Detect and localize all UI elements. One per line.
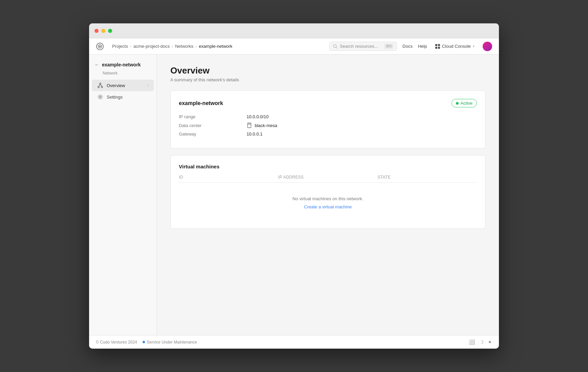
- chevron-down-icon: ▾: [473, 44, 475, 48]
- vm-table-header: ID IP address State: [179, 175, 477, 183]
- footer-status-text: Service Under Maintenance: [147, 340, 197, 345]
- app-window: Projects › acme-project-docs › Networks …: [89, 23, 499, 349]
- ip-range-row: IP range 10.0.0.0/10: [179, 114, 477, 119]
- cloud-console-label: Cloud Console: [442, 44, 471, 49]
- breadcrumb-projects[interactable]: Projects: [112, 44, 128, 49]
- breadcrumb-sep-3: ›: [195, 44, 197, 49]
- network-details-card: example-network Active IP range 10.0.0.0…: [170, 90, 485, 148]
- maximize-button[interactable]: [108, 29, 112, 33]
- gateway-row: Gateway 10.0.0.1: [179, 131, 477, 137]
- ip-range-value: 10.0.0.0/10: [247, 114, 269, 119]
- minimize-button[interactable]: [101, 29, 105, 33]
- docs-link[interactable]: Docs: [402, 44, 413, 49]
- grid-icon: [435, 44, 440, 49]
- traffic-lights: [94, 29, 112, 33]
- avatar[interactable]: [483, 42, 492, 51]
- page-title: Overview: [170, 65, 485, 76]
- col-id: ID: [179, 175, 278, 180]
- svg-line-8: [99, 84, 100, 86]
- cloud-console-button[interactable]: Cloud Console ▾: [433, 42, 477, 50]
- settings-footer-icon[interactable]: ✦: [488, 339, 492, 345]
- sidebar-item-settings[interactable]: Settings: [92, 91, 154, 103]
- svg-line-4: [336, 47, 337, 48]
- footer-icons: ⬜ ☽ ✦: [469, 339, 492, 345]
- vm-empty-state: No virtual machines on this network. Cre…: [179, 185, 477, 220]
- network-name: example-network: [179, 100, 223, 106]
- breadcrumb-sep-2: ›: [172, 44, 173, 49]
- close-button[interactable]: [94, 29, 99, 33]
- navbar: Projects › acme-project-docs › Networks …: [89, 38, 499, 55]
- vm-section-title: Virtual machines: [179, 164, 477, 169]
- sidebar-back-button[interactable]: ← example-network: [89, 60, 156, 69]
- footer: © Cudo Ventures 2024 Service Under Maint…: [89, 335, 499, 349]
- network-icon: [97, 82, 103, 88]
- page-subtitle: A summary of this network's details: [170, 77, 485, 82]
- col-state: State: [378, 175, 477, 180]
- status-badge: Active: [451, 99, 477, 107]
- titlebar: [89, 23, 499, 38]
- sidebar-overview-label: Overview: [107, 83, 125, 88]
- breadcrumb: Projects › acme-project-docs › Networks …: [112, 44, 232, 49]
- content-area: Overview A summary of this network's det…: [157, 55, 499, 335]
- footer-status: Service Under Maintenance: [143, 340, 197, 345]
- breadcrumb-sep-1: ›: [130, 44, 131, 49]
- search-icon: [333, 44, 338, 49]
- status-dot: [456, 102, 459, 105]
- gateway-label: Gateway: [179, 131, 247, 137]
- svg-point-10: [100, 96, 101, 98]
- search-shortcut: ⌘K: [384, 44, 393, 49]
- datacenter-label: Data center: [179, 123, 247, 128]
- create-vm-link[interactable]: Create a virtual machine: [304, 204, 352, 209]
- sidebar-settings-label: Settings: [107, 95, 123, 100]
- breadcrumb-current: example-network: [199, 44, 232, 49]
- breadcrumb-networks[interactable]: Networks: [175, 44, 193, 49]
- col-ip: IP address: [278, 175, 377, 180]
- breadcrumb-project[interactable]: acme-project-docs: [133, 44, 170, 49]
- datacenter-icon: [247, 123, 252, 128]
- sidebar-item-overview[interactable]: Overview ›: [92, 80, 154, 91]
- svg-point-5: [100, 83, 101, 84]
- sidebar: ← example-network Network Overview ›: [89, 55, 157, 335]
- sidebar-resource-type: Network: [89, 71, 156, 76]
- sidebar-resource-name: example-network: [102, 62, 141, 67]
- monitor-icon[interactable]: ⬜: [469, 339, 475, 345]
- settings-icon: [97, 94, 103, 100]
- svg-point-6: [98, 86, 99, 88]
- svg-rect-11: [248, 123, 251, 128]
- virtual-machines-card: Virtual machines ID IP address State No …: [170, 155, 485, 229]
- status-indicator-dot: [143, 341, 145, 343]
- svg-point-2: [99, 46, 101, 47]
- vm-empty-text: No virtual machines on this network.: [179, 196, 477, 201]
- search-bar[interactable]: Search resources... ⌘K: [329, 42, 397, 51]
- status-label: Active: [461, 101, 472, 106]
- back-arrow-icon: ←: [94, 62, 99, 67]
- ip-range-label: IP range: [179, 114, 247, 119]
- footer-copyright: © Cudo Ventures 2024: [96, 340, 137, 345]
- svg-line-9: [100, 84, 102, 86]
- datacenter-row: Data center black-mesa: [179, 123, 477, 128]
- gateway-value: 10.0.0.1: [247, 131, 262, 137]
- datacenter-value: black-mesa: [247, 123, 277, 128]
- svg-point-7: [101, 86, 103, 88]
- help-link[interactable]: Help: [418, 44, 427, 49]
- chevron-right-icon: ›: [147, 83, 148, 88]
- moon-icon[interactable]: ☽: [479, 339, 484, 345]
- logo[interactable]: [96, 42, 104, 50]
- search-placeholder: Search resources...: [340, 44, 382, 49]
- network-header: example-network Active: [179, 99, 477, 107]
- main-container: ← example-network Network Overview ›: [89, 55, 499, 335]
